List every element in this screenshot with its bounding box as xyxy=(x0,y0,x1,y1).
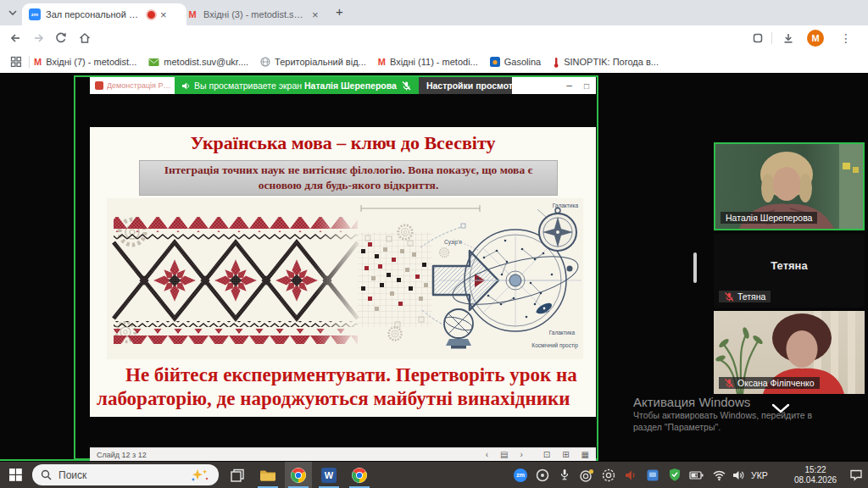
bookmark-territorial[interactable]: Територіальний від... xyxy=(260,57,366,67)
date: 08.04.2026 xyxy=(788,475,843,485)
thermometer-icon xyxy=(553,57,559,68)
participant-name-label: Наталія Шереперова xyxy=(721,212,817,224)
slide-title: Українська мова – ключ до Всесвіту xyxy=(90,132,596,154)
prev-slide-button[interactable]: ‹ xyxy=(486,450,488,459)
search-icon xyxy=(41,469,52,480)
bookmark-label: Територіальний від... xyxy=(275,57,366,67)
downloads-icon[interactable] xyxy=(780,30,797,47)
bookmark-gmail-11[interactable]: M Вхідні (11) - metodi... xyxy=(378,57,478,67)
video-tile-oksana[interactable]: Оксана Філіпченко xyxy=(714,311,865,394)
bookmark-ukrnet-mail[interactable]: metodist.suv@ukr.... xyxy=(148,57,248,67)
tab-gmail[interactable]: M Вхідні (3) - metodist.suv@gma × xyxy=(180,3,342,25)
forward-icon[interactable] xyxy=(31,30,47,47)
windows-taskbar: Поиск W zm xyxy=(0,462,868,488)
tray-zoom-icon[interactable]: zm xyxy=(510,462,531,488)
participant-name-center: Тетяна xyxy=(714,259,865,272)
presenter-mic-off-icon xyxy=(401,80,412,92)
tab-chevron-icon[interactable] xyxy=(7,7,19,22)
ppt-slideshow-toolbar: Слайд 12 з 12 ‹ ▤ › ⊡ ⊞ ▦ xyxy=(90,447,596,461)
slide-footer-line1: Не бійтеся експериментувати. Перетворіть… xyxy=(90,364,596,386)
reload-icon[interactable] xyxy=(53,30,70,47)
zoom-favicon: zm xyxy=(29,8,41,20)
task-view-button[interactable] xyxy=(224,462,251,488)
next-slide-button[interactable]: › xyxy=(520,450,522,459)
notes-button[interactable]: ▤ xyxy=(500,450,508,459)
language-indicator[interactable]: УКР xyxy=(751,462,768,488)
tray-camera-icon[interactable] xyxy=(576,462,597,488)
tab-close-icon[interactable]: × xyxy=(312,8,319,21)
home-icon[interactable] xyxy=(76,30,93,47)
bookmark-label: Вхідні (11) - metodi... xyxy=(390,57,478,67)
participant-name-label: Тетяна xyxy=(719,291,771,302)
filmstrip-button[interactable]: ▦ xyxy=(581,450,589,459)
taskbar-search[interactable]: Поиск xyxy=(32,464,219,485)
chrome-taskbar-button[interactable] xyxy=(285,462,312,488)
bookmark-gasolina[interactable]: Gasolina xyxy=(490,57,541,67)
extension-icon[interactable] xyxy=(749,30,766,47)
gmail-favicon: M xyxy=(186,8,198,20)
video-tile-natalia[interactable]: Наталія Шереперова xyxy=(714,142,865,230)
mic-off-icon xyxy=(724,378,734,388)
video-tile-tetiana[interactable]: Тетяна Тетяна xyxy=(714,234,865,308)
share-app-label: Демонстрація PowerP xyxy=(107,81,175,90)
slide-footer-line2: лабораторію, де народжуються майбутні ви… xyxy=(90,388,596,410)
browser-toolbar: app.zoom.us/wc/9260706646/join?ref_from=… xyxy=(0,25,868,51)
tray-mic-icon[interactable] xyxy=(554,462,575,488)
tray-volume-icon[interactable] xyxy=(729,462,749,488)
bookmark-label: Gasolina xyxy=(504,57,541,67)
share-toolbar: Демонстрація PowerP Вы просматриваете эк… xyxy=(90,77,596,94)
tray-settings-icon[interactable] xyxy=(598,462,619,488)
tray-recorder-icon[interactable] xyxy=(532,462,553,488)
slide-diagram: Галактика Сузір'я Галактика Космічний пр… xyxy=(107,198,583,359)
action-center-icon[interactable] xyxy=(846,462,866,488)
globe-icon xyxy=(260,57,270,67)
slide-subtitle: Інтеграція точних наук не витісняє філол… xyxy=(139,160,558,196)
bookmarks-bar: M Вхідні (7) - metodist... metodist.suv@… xyxy=(0,51,868,74)
back-icon[interactable] xyxy=(7,30,24,47)
zoom-meeting-area: Демонстрація PowerP Вы просматриваете эк… xyxy=(0,73,868,462)
chrome2-taskbar-button[interactable] xyxy=(346,462,373,488)
tab-close-icon[interactable]: × xyxy=(160,8,167,21)
diagram-label-galaxy-top: Галактика xyxy=(553,202,579,208)
bookmark-gmail-7[interactable]: M Вхідні (7) - metodist... xyxy=(34,57,136,67)
profile-avatar[interactable]: M xyxy=(807,30,824,47)
word-icon: W xyxy=(321,468,337,483)
minimize-icon[interactable]: – xyxy=(566,80,572,92)
tray-battery-icon[interactable] xyxy=(687,462,707,488)
start-button[interactable] xyxy=(2,462,29,488)
watermark-title: Активация Windows xyxy=(633,395,812,409)
presentation-slide: Українська мова – ключ до Всесвіту Інтег… xyxy=(90,127,596,417)
apps-grid-icon[interactable] xyxy=(10,56,22,68)
maximize-icon[interactable]: □ xyxy=(584,81,589,91)
browser-menu-icon[interactable]: ⋮ xyxy=(837,30,854,47)
speaker-icon xyxy=(181,81,191,91)
taskbar-clock[interactable]: 15:22 08.04.2026 xyxy=(788,465,843,485)
watermark-line1: Чтобы активировать Windows, перейдите в xyxy=(633,409,812,421)
tray-wifi-icon[interactable] xyxy=(709,462,729,488)
view-settings-button[interactable]: Настройки просмотра xyxy=(419,77,512,94)
tray-display-app-icon[interactable] xyxy=(643,462,663,488)
participant-name-label: Оксана Філіпченко xyxy=(719,377,820,389)
recording-indicator-icon xyxy=(146,9,157,20)
bookmark-label: metodist.suv@ukr.... xyxy=(164,57,248,67)
watermark-line2: раздел "Параметры". xyxy=(633,421,812,433)
tab-zoom-meeting[interactable]: zm Зал персональной конфер × xyxy=(22,3,186,25)
diagram-label-constellation: Сузір'я xyxy=(444,239,462,246)
bookmark-label: SINOPTIK: Погода в... xyxy=(564,57,659,67)
search-highlights-sparkle-icon xyxy=(190,468,210,483)
windows-activation-watermark: Активация Windows Чтобы активировать Win… xyxy=(633,395,812,433)
bookmarks-divider xyxy=(29,56,30,68)
gallery-scrollbar[interactable] xyxy=(693,252,697,283)
word-taskbar-button[interactable]: W xyxy=(315,462,342,488)
tray-red-speaker-icon[interactable] xyxy=(620,462,641,488)
bookmark-sinoptik[interactable]: SINOPTIK: Погода в... xyxy=(553,57,659,68)
tray-security-shield-icon[interactable] xyxy=(665,462,685,488)
new-tab-button[interactable]: + xyxy=(336,4,343,19)
display-settings-button[interactable]: ⊡ xyxy=(543,450,550,459)
slide-status: Слайд 12 з 12 xyxy=(97,451,147,459)
search-placeholder: Поиск xyxy=(58,469,190,481)
tab-title: Зал персональной конфер xyxy=(46,9,141,19)
file-explorer-button[interactable] xyxy=(254,462,281,488)
armillary-icon xyxy=(443,309,474,349)
grid-view-button[interactable]: ⊞ xyxy=(562,450,569,459)
